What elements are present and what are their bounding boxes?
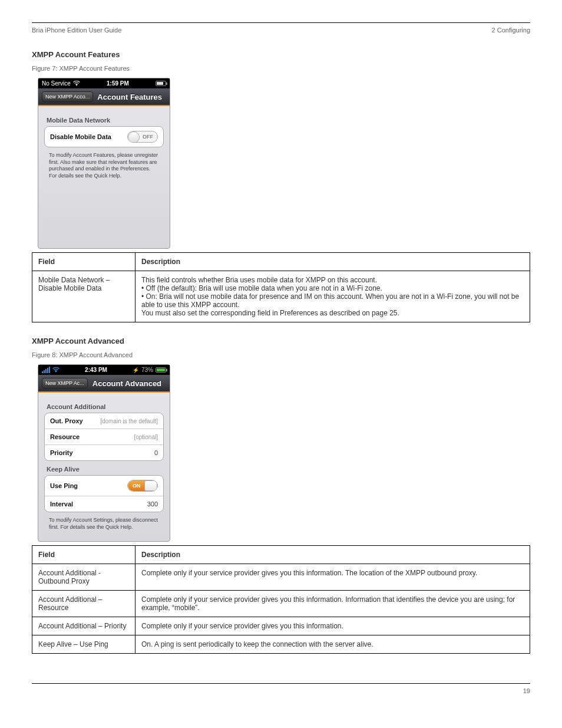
status-bar: 2:43 PM ⚡ 73% (38, 365, 170, 375)
row-disable-mobile-data: Disable Mobile Data OFF (45, 127, 163, 147)
page-footer: 19 (32, 683, 530, 694)
battery-icon (156, 367, 166, 373)
status-time: 2:43 PM (85, 367, 107, 373)
features-table: Field Description Mobile Data Network – … (32, 252, 530, 322)
battery-pct: 73% (141, 367, 153, 373)
cell-field: Account Additional – Resource (32, 591, 135, 617)
resource-label: Resource (50, 433, 80, 440)
header-right: 2 Configuring (492, 27, 530, 34)
back-button[interactable]: New XMPP Ac... (42, 378, 88, 388)
cell-desc: Complete only if your service provider g… (135, 617, 530, 635)
cell-field: Account Additional – Priority (32, 617, 135, 635)
interval-value: 300 (147, 500, 158, 508)
row-interval[interactable]: Interval 300 (45, 496, 163, 512)
row-priority[interactable]: Priority 0 (45, 444, 163, 460)
priority-label: Priority (50, 449, 73, 456)
table-row: Mobile Data Network – Disable Mobile Dat… (32, 271, 530, 322)
section-title-features: XMPP Account Features (32, 50, 530, 59)
row-out-proxy[interactable]: Out. Proxy [domain is the default] (45, 413, 163, 429)
use-ping-label: Use Ping (50, 482, 78, 489)
resource-placeholder: [optional] (134, 434, 158, 440)
cell-field: Keep Alive – Use Ping (32, 635, 135, 654)
use-ping-toggle[interactable]: ON (127, 480, 158, 492)
screenshot-features: No Service 1:59 PM New XMPP Acco... Acco… (38, 78, 170, 249)
cell-field: Mobile Data Network – Disable Mobile Dat… (32, 271, 135, 322)
interval-label: Interval (50, 500, 73, 508)
priority-value: 0 (154, 449, 158, 456)
section-title-advanced: XMPP Account Advanced (32, 337, 530, 345)
signal-icon (42, 367, 50, 373)
nav-title: Account Features (93, 93, 166, 101)
th-field: Field (32, 546, 135, 564)
group-header-keepalive: Keep Alive (47, 466, 161, 473)
features-footnote: To modify Account Features, please unreg… (44, 147, 164, 182)
screenshot-advanced: 2:43 PM ⚡ 73% New XMPP Ac... Account Adv… (38, 364, 170, 542)
cell-desc: Complete only if your service provider g… (135, 564, 530, 591)
out-proxy-placeholder: [domain is the default] (100, 418, 158, 424)
wifi-icon (73, 81, 80, 86)
th-field: Field (32, 253, 135, 271)
cell-field: Account Additional - Outbound Proxy (32, 564, 135, 591)
toggle-off-text: OFF (143, 134, 153, 140)
th-desc: Description (135, 546, 530, 564)
back-button[interactable]: New XMPP Acco... (42, 91, 93, 102)
advanced-footnote: To modify Account Settings, please disco… (44, 512, 164, 533)
wifi-icon (52, 367, 59, 373)
row-use-ping: Use Ping ON (45, 476, 163, 496)
figure-caption-1: Figure 7: XMPP Account Features (32, 65, 530, 72)
nav-bar: New XMPP Acco... Account Features (38, 88, 170, 106)
disable-mobile-data-label: Disable Mobile Data (50, 133, 111, 140)
group-header-additional: Account Additional (47, 403, 161, 410)
nav-title: Account Advanced (88, 379, 166, 388)
page-header: Bria iPhone Edition User Guide 2 Configu… (32, 27, 530, 34)
header-left: Bria iPhone Edition User Guide (32, 27, 121, 34)
disable-mobile-data-toggle[interactable]: OFF (127, 131, 158, 143)
toggle-on-text: ON (133, 483, 141, 489)
status-bar: No Service 1:59 PM (38, 78, 170, 88)
table-row: Keep Alive – Use Ping On. A ping is sent… (32, 635, 530, 654)
cell-desc: Complete only if your service provider g… (135, 591, 530, 617)
table-row: Account Additional - Outbound Proxy Comp… (32, 564, 530, 591)
advanced-table: Field Description Account Additional - O… (32, 545, 530, 654)
group-header-mobile: Mobile Data Network (47, 117, 161, 124)
th-desc: Description (135, 253, 530, 271)
battery-icon (156, 81, 166, 86)
nav-bar: New XMPP Ac... Account Advanced (38, 375, 170, 393)
no-service-label: No Service (42, 80, 71, 87)
table-row: Account Additional – Priority Complete o… (32, 617, 530, 635)
row-resource[interactable]: Resource [optional] (45, 429, 163, 444)
status-time: 1:59 PM (107, 80, 129, 87)
table-row: Account Additional – Resource Complete o… (32, 591, 530, 617)
cell-desc: On. A ping is sent periodically to keep … (135, 635, 530, 654)
cell-desc: This field controls whether Bria uses mo… (135, 271, 530, 322)
footer-page-number: 19 (523, 687, 530, 694)
out-proxy-label: Out. Proxy (50, 417, 83, 424)
figure-caption-2: Figure 8: XMPP Account Advanced (32, 351, 530, 358)
